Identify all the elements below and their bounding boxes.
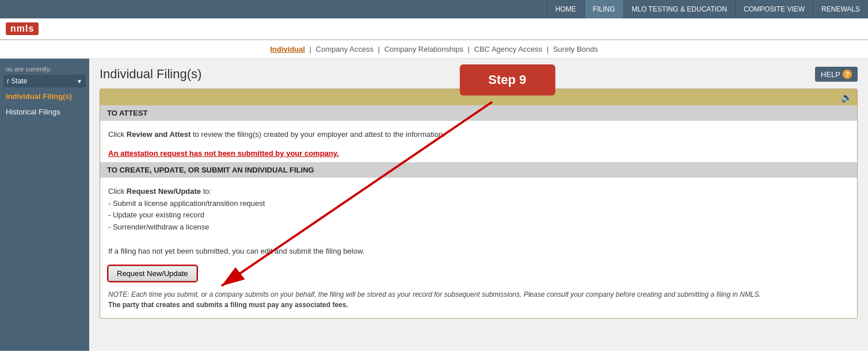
main-content: Step 9 Individual Filing(s) HELP ? 🔊 [89, 59, 868, 351]
list-item-3: - Surrender/withdraw a license [108, 223, 210, 231]
warning-text: An attestation request has not been subm… [100, 147, 857, 162]
note-text: NOTE: Each time you submit, or a company… [100, 284, 857, 312]
sep-4: | [547, 45, 549, 53]
card-header-icon: 🔊 [841, 92, 852, 103]
sidebar-dropdown[interactable]: r State ▼ [3, 75, 86, 87]
attest-prefix: Click [108, 130, 127, 139]
sidebar: ou are currently: r State ▼ Individual F… [0, 59, 89, 351]
to-attest-header: TO ATTEST [100, 105, 857, 121]
note-content: NOTE: Each time you submit, or a company… [108, 290, 761, 299]
attest-bold: Review and Attest [127, 130, 191, 139]
nmls-logo: nmls [6, 22, 39, 35]
request-new-update-button[interactable]: Request New/Update [108, 266, 197, 281]
attest-suffix: to review the filing(s) created by your … [191, 130, 445, 139]
state-select[interactable]: r State [7, 77, 75, 85]
create-bold: Request New/Update [127, 187, 201, 196]
create-prefix: Click [108, 187, 127, 196]
nav-home[interactable]: HOME [547, 0, 584, 18]
dropdown-arrow-icon: ▼ [77, 78, 82, 85]
nav-company-relationships[interactable]: Company Relationships [384, 45, 463, 53]
main-card: 🔊 TO ATTEST Click Review and Attest to r… [100, 89, 858, 319]
logo-bar: nmls [0, 18, 868, 40]
nav-surety-bonds[interactable]: Surety Bonds [553, 45, 598, 53]
sep-1: | [310, 45, 311, 53]
layout: ou are currently: r State ▼ Individual F… [0, 59, 868, 351]
sidebar-item-historical-filings[interactable]: Historical Filings [0, 104, 89, 120]
nav-cbc-agency[interactable]: CBC Agency Access [474, 45, 543, 53]
to-create-content: Click Request New/Update to: - Submit a … [100, 182, 857, 263]
page-title: Individual Filing(s) [100, 67, 201, 82]
secondary-nav: Individual | Company Access | Company Re… [0, 40, 868, 59]
sidebar-current-label: ou are currently: [0, 63, 89, 74]
main-header: Individual Filing(s) HELP ? [100, 67, 858, 82]
nav-renewals[interactable]: RENEWALS [813, 0, 868, 18]
nav-filing[interactable]: FILING [584, 0, 623, 18]
sep-3: | [468, 45, 470, 53]
top-nav: HOME FILING MLO TESTING & EDUCATION COMP… [0, 0, 868, 18]
to-attest-content: Click Review and Attest to review the fi… [100, 125, 857, 147]
sidebar-item-individual-filings[interactable]: Individual Filing(s) [0, 89, 89, 104]
nav-mlo[interactable]: MLO TESTING & EDUCATION [623, 0, 736, 18]
help-label: HELP [821, 70, 840, 79]
card-body: TO ATTEST Click Review and Attest to rev… [100, 105, 857, 318]
if-text: If a filing has not yet been submitted, … [108, 247, 364, 255]
list-item-1: - Submit a license application/transitio… [108, 199, 265, 208]
to-create-header: TO CREATE, UPDATE, OR SUBMIT AN INDIVIDU… [100, 162, 857, 178]
note-bold: The party that creates and submits a fil… [108, 301, 348, 309]
help-icon: ? [843, 70, 852, 79]
nav-composite[interactable]: COMPOSITE VIEW [735, 0, 813, 18]
list-item-2: - Update your existing record [108, 211, 204, 219]
nav-individual[interactable]: Individual [270, 45, 305, 53]
nav-company-access[interactable]: Company Access [316, 45, 374, 53]
card-header-bar: 🔊 [100, 89, 857, 105]
create-suffix: to: [201, 187, 211, 196]
sep-2: | [378, 45, 380, 53]
help-button[interactable]: HELP ? [815, 67, 858, 82]
